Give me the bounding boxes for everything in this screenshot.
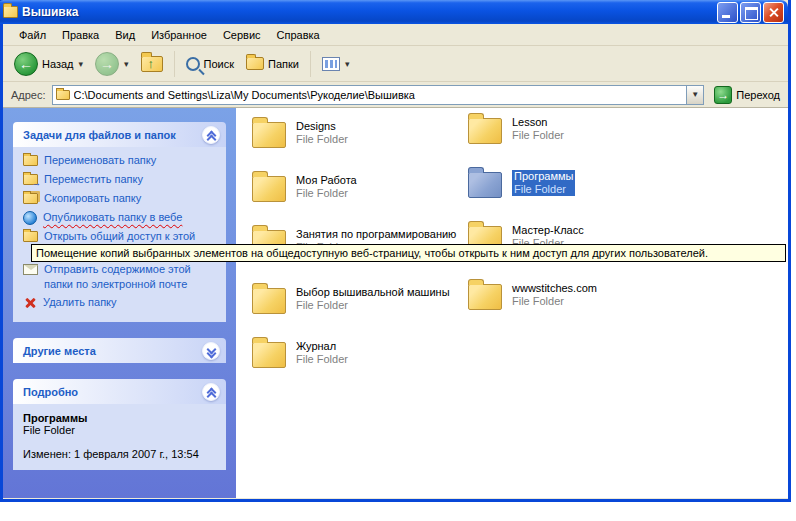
details-item-type: File Folder [23,424,220,436]
forward-arrow-icon: → [95,52,119,76]
file-tasks-title: Задачи для файлов и папок [23,129,176,141]
window-folder-icon [3,6,18,18]
folder-name: Lesson [512,116,564,129]
address-dropdown-button[interactable]: ▼ [686,86,703,104]
toolbar-separator [174,51,175,77]
main-area: Задачи для файлов и папок Переименовать … [3,108,788,498]
search-button[interactable]: Поиск [181,54,239,74]
close-button[interactable] [763,2,784,23]
folder-type: File Folder [296,299,450,312]
expand-chevron-icon[interactable] [202,342,220,360]
folder-icon[interactable] [468,284,502,310]
window-title: Вышивка [22,5,717,19]
task-copy-folder[interactable]: Скопировать папку [23,191,220,207]
folder-type: File Folder [296,133,348,146]
task-rename-folder[interactable]: Переименовать папку [23,153,220,169]
folder-icon[interactable] [252,176,286,202]
share-folder-icon [23,231,38,242]
folder-icon-selected[interactable] [468,172,502,198]
views-icon [322,57,340,71]
folder-item-vybor-mashiny[interactable]: Выбор вышивальной машины File Folder [252,286,450,314]
task-pane: Задачи для файлов и папок Переименовать … [3,108,236,498]
folder-icon[interactable] [252,342,286,368]
address-path[interactable]: C:\Documents and Settings\Liza\My Docume… [74,89,683,101]
folders-icon [246,57,264,70]
folders-button[interactable]: Папки [241,54,304,73]
go-arrow-icon: → [714,86,732,104]
menu-favorites[interactable]: Избранное [143,26,215,44]
folder-name: Программы [512,170,575,183]
folder-item-zhurnal[interactable]: Журнал File Folder [252,340,348,368]
task-label[interactable]: Удалить папку [43,295,117,310]
address-folder-icon [56,90,70,100]
folder-name: wwwstitches.com [512,282,597,295]
details-title: Подробно [23,386,78,398]
address-combo[interactable]: C:\Documents and Settings\Liza\My Docume… [52,85,705,105]
task-label[interactable]: Переместить папку [44,172,143,187]
address-label: Адрес: [11,89,46,101]
folder-item-wwwstitches[interactable]: wwwstitches.com File Folder [468,282,597,310]
folder-type: File Folder [296,187,357,200]
menu-edit[interactable]: Правка [54,26,107,44]
go-button[interactable]: → Переход [710,85,784,105]
copy-folder-icon [23,193,38,204]
task-delete-folder[interactable]: Удалить папку [23,295,220,311]
forward-button[interactable]: → ▾ [90,49,134,79]
back-button[interactable]: ← Назад ▾ [9,49,88,79]
task-label[interactable]: Опубликовать папку в вебе [43,210,182,225]
details-header[interactable]: Подробно [13,379,226,404]
folder-view[interactable]: Designs File Folder Lesson File Folder М… [236,108,788,498]
folders-label: Папки [268,58,299,70]
back-label: Назад [42,58,74,70]
folder-item-programmy-selected[interactable]: Программы File Folder [468,170,575,198]
folder-type: File Folder [512,183,575,196]
details-item-name: Программы [23,412,220,424]
back-dropdown-icon[interactable]: ▾ [79,59,84,69]
task-email-folder[interactable]: Отправить содержимое этой папки по элект… [23,262,220,292]
views-dropdown-icon[interactable]: ▾ [345,59,350,69]
toolbar-separator [310,51,311,77]
file-tasks-body: Переименовать папку → Переместить папку … [13,147,226,322]
collapse-chevron-icon[interactable] [202,383,220,401]
folder-icon[interactable] [252,122,286,148]
details-section: Подробно Программы File Folder Изменен: … [13,379,226,470]
folder-item-lesson[interactable]: Lesson File Folder [468,116,564,144]
folder-type: File Folder [512,129,564,142]
title-bar[interactable]: Вышивка [0,0,788,24]
task-publish-folder-web[interactable]: Опубликовать папку в вебе [23,210,220,226]
folder-icon[interactable] [468,118,502,144]
task-move-folder[interactable]: → Переместить папку [23,172,220,188]
file-tasks-header[interactable]: Задачи для файлов и папок [13,122,226,147]
back-arrow-icon: ← [14,52,38,76]
menu-file[interactable]: Файл [11,26,54,44]
collapse-chevron-icon[interactable] [202,126,220,144]
menu-view[interactable]: Вид [107,26,143,44]
folder-item-moya-rabota[interactable]: Моя Работа File Folder [252,174,357,202]
menu-help[interactable]: Справка [269,26,328,44]
address-bar: Адрес: C:\Documents and Settings\Liza\My… [3,82,788,108]
folder-type: File Folder [296,353,348,366]
explorer-window: Вышивка Файл Правка Вид Избранное Сервис… [0,0,791,502]
email-icon [23,264,38,275]
move-folder-icon: → [23,174,38,185]
task-label[interactable]: Отправить содержимое этой папки по элект… [44,262,220,292]
other-places-header[interactable]: Другие места [13,338,226,363]
task-label[interactable]: Скопировать папку [44,191,141,206]
folder-name: Моя Работа [296,174,357,187]
folder-name: Выбор вышивальной машины [296,286,450,299]
minimize-button[interactable] [717,2,738,23]
folder-item-designs[interactable]: Designs File Folder [252,120,348,148]
folder-icon[interactable] [252,288,286,314]
toolbar: ← Назад ▾ → ▾ Поиск Папки ▾ [3,46,788,82]
views-button[interactable]: ▾ [317,54,355,74]
folder-type: File Folder [512,295,597,308]
up-button[interactable] [136,53,168,75]
forward-dropdown-icon[interactable]: ▾ [124,59,129,69]
task-label[interactable]: Переименовать папку [44,153,156,168]
menu-bar: Файл Правка Вид Избранное Сервис Справка [3,24,788,46]
other-places-title: Другие места [23,345,96,357]
other-places-section: Другие места [13,338,226,363]
menu-tools[interactable]: Сервис [215,26,269,44]
maximize-button[interactable] [740,2,761,23]
details-item-modified: Изменен: 1 февраля 2007 г., 13:54 [23,448,220,460]
